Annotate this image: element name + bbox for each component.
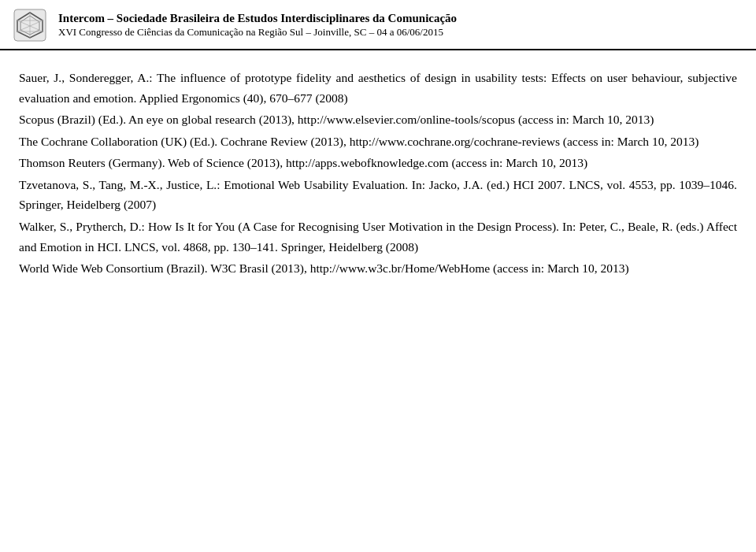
header-text-block: Intercom – Sociedade Brasileira de Estud… [58, 11, 457, 39]
main-content: Sauer, J., Sonderegger, A.: The influenc… [0, 50, 756, 296]
reference-thomson-text: Thomson Reuters (Germany). Web of Scienc… [19, 153, 737, 173]
page-header: Intercom – Sociedade Brasileira de Estud… [0, 0, 756, 50]
logo [13, 8, 47, 43]
reference-cochrane: The Cochrane Collaboration (UK) (Ed.). C… [19, 132, 737, 152]
reference-cochrane-text: The Cochrane Collaboration (UK) (Ed.). C… [19, 132, 737, 152]
reference-tzvetanova-text: Tzvetanova, S., Tang, M.-X., Justice, L.… [19, 175, 737, 215]
reference-tzvetanova: Tzvetanova, S., Tang, M.-X., Justice, L.… [19, 175, 737, 215]
reference-scopus: Scopus (Brazil) (Ed.). An eye on global … [19, 109, 737, 130]
reference-walker-text: Walker, S., Prytherch, D.: How Is It for… [19, 217, 737, 257]
reference-sauer: Sauer, J., Sonderegger, A.: The influenc… [19, 68, 737, 108]
reference-world: World Wide Web Consortium (Brazil). W3C … [19, 258, 737, 279]
reference-walker: Walker, S., Prytherch, D.: How Is It for… [19, 217, 737, 257]
reference-world-text: World Wide Web Consortium (Brazil). W3C … [19, 258, 737, 279]
header-subtitle: XVI Congresso de Ciências da Comunicação… [58, 26, 457, 39]
reference-thomson: Thomson Reuters (Germany). Web of Scienc… [19, 153, 737, 173]
reference-sauer-text: Sauer, J., Sonderegger, A.: The influenc… [19, 68, 737, 108]
reference-scopus-text: Scopus (Brazil) (Ed.). An eye on global … [19, 109, 737, 130]
header-title: Intercom – Sociedade Brasileira de Estud… [58, 11, 457, 27]
